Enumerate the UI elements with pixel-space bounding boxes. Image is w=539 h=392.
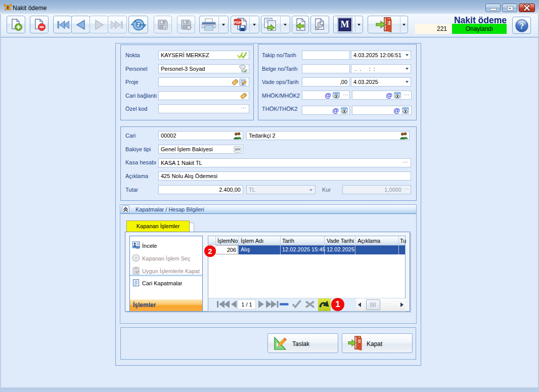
svg-text:PDF: PDF bbox=[234, 20, 241, 25]
svg-text:?: ? bbox=[520, 21, 524, 31]
